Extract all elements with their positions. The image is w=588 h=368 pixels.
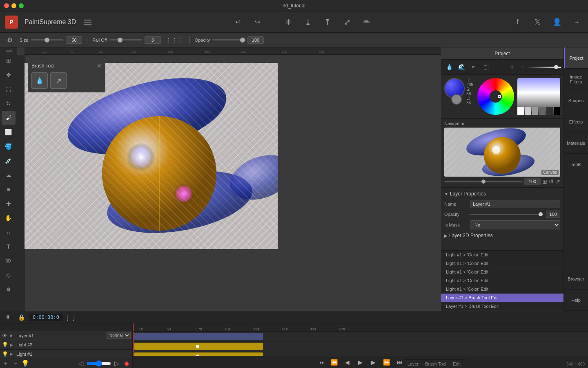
select-tool-item[interactable]: ⬚	[2, 82, 16, 96]
zoom-slider[interactable]	[444, 181, 523, 182]
history-item[interactable]: Layer #1 > Brush Tool Edit	[441, 302, 564, 311]
layer-opacity-slider[interactable]	[470, 214, 543, 215]
play-button[interactable]: ▶	[356, 357, 365, 367]
history-item[interactable]: Light #1 > 'Color' Edit	[441, 259, 564, 268]
download-tool[interactable]: ⤓	[301, 16, 314, 29]
layer-properties-header[interactable]: ▼ Layer Properties	[444, 191, 560, 197]
light1-eye[interactable]: 💡	[2, 351, 8, 357]
zoom-fit-icon[interactable]: ⊞	[542, 178, 547, 185]
image-filters-tab[interactable]: Image Filters	[564, 69, 588, 90]
size-value[interactable]: 50	[66, 36, 82, 44]
facebook-icon[interactable]: f	[511, 16, 524, 29]
expand-tool[interactable]: ⤢	[341, 16, 354, 29]
waveform-icon[interactable]: ⋮⋮⋮	[164, 36, 185, 44]
light1-expand[interactable]: ▶	[10, 352, 15, 356]
history-item-active[interactable]: Layer #1 > Brush Tool Edit	[441, 294, 564, 302]
keyframe-slider[interactable]	[87, 360, 111, 367]
brush-btn-2[interactable]: ↗	[50, 72, 67, 89]
layer-3d-header[interactable]: ▶ Layer 3D Properties	[444, 233, 560, 238]
opacity-slider[interactable]	[212, 39, 245, 40]
prev-keyframe-button[interactable]: ◀	[343, 357, 352, 367]
navigation-preview[interactable]: Canvas	[444, 128, 560, 177]
menu-button[interactable]	[82, 18, 93, 26]
secondary-color-swatch[interactable]	[451, 94, 462, 105]
bracket-out[interactable]: ]	[72, 314, 76, 321]
browser-button[interactable]: Browser	[564, 268, 588, 289]
asterisk-tool[interactable]: ✳	[282, 16, 295, 29]
zoom-value[interactable]: 100	[524, 178, 541, 185]
color-add-button[interactable]: +	[507, 62, 517, 72]
upload-tool[interactable]: ⤒	[321, 16, 334, 29]
lock-toggle[interactable]: 🔒	[16, 312, 26, 322]
user-icon[interactable]: 👤	[550, 16, 564, 29]
prev-frame-button[interactable]: ⏪	[330, 357, 339, 367]
add-light-button[interactable]: 💡	[21, 359, 29, 368]
next-keyframe-button[interactable]: ▶	[369, 357, 379, 367]
go-to-start-button[interactable]: ⏮	[316, 357, 326, 367]
falloff-value[interactable]: 3	[145, 36, 161, 44]
color-icon-3[interactable]: ≈	[468, 61, 479, 73]
materials-tab[interactable]: Materials	[564, 132, 588, 154]
settings-icon[interactable]: ⚙	[3, 34, 16, 47]
3d-tool-item[interactable]: 3D	[2, 254, 16, 268]
zoom-tool-item[interactable]: ⌕	[2, 225, 16, 239]
color-gradient[interactable]	[517, 78, 560, 115]
canvas-area[interactable]: -100 0 100 200 300 400 500 600 700	[17, 47, 441, 311]
layer1-mode[interactable]: Normal	[107, 332, 131, 339]
history-item[interactable]: Light #1 > 'Color' Edit	[441, 268, 564, 276]
layer-name-input[interactable]: Layer #1	[470, 200, 560, 208]
brush-btn-1[interactable]: 💧	[31, 72, 48, 89]
effects-tab[interactable]: Effects	[564, 111, 588, 132]
track-content-area[interactable]	[133, 332, 588, 356]
hand-tool-item[interactable]: ✋	[2, 211, 16, 225]
add-track-button[interactable]: +	[2, 359, 10, 368]
fill-tool-item[interactable]: 🪣	[2, 139, 16, 153]
layers-tool-item[interactable]: ≡	[2, 182, 16, 196]
brush-tool-item[interactable]: 🖌	[2, 111, 16, 125]
project-tab[interactable]: Project	[564, 47, 588, 69]
opacity-value[interactable]: 100	[247, 36, 264, 44]
redo-button[interactable]: ↪	[251, 16, 264, 29]
bottom-tab-brush[interactable]: Brush Tool	[425, 361, 446, 366]
undo-button[interactable]: ↩	[231, 16, 244, 29]
color-wheel[interactable]	[477, 78, 514, 115]
tools-tab[interactable]: Tools	[564, 154, 588, 175]
keyframe-ease-left[interactable]: ◁	[77, 359, 85, 368]
rotate-tool-item[interactable]: ↻	[2, 96, 16, 110]
next-frame-button[interactable]: ⏩	[382, 357, 392, 367]
color-brightness-slider[interactable]	[528, 67, 561, 68]
color-icon-4[interactable]: ⬚	[480, 61, 492, 73]
pen-tool[interactable]: ✏	[360, 16, 373, 29]
falloff-slider[interactable]	[109, 39, 142, 40]
layer1-expand[interactable]: ▶	[10, 333, 15, 338]
color-icon-2[interactable]: 🌊	[456, 61, 467, 73]
remove-track-button[interactable]: −	[11, 359, 20, 368]
smudge-tool-item[interactable]: ☁	[2, 168, 16, 182]
canvas-viewport[interactable]: Brush Tool ✕ 💧 ↗	[24, 55, 441, 311]
light2-bar[interactable]	[134, 343, 263, 350]
shape-tool-item[interactable]: ◇	[2, 268, 16, 282]
light1-track-row[interactable]	[133, 351, 588, 356]
text-tool-item[interactable]: T	[2, 240, 16, 254]
fx-tool-item[interactable]: ✵	[2, 283, 16, 296]
shapes-tab[interactable]: Shapes	[564, 90, 588, 111]
bracket-in[interactable]: [	[66, 314, 69, 321]
light2-expand[interactable]: ▶	[10, 343, 15, 347]
light1-bar[interactable]	[134, 352, 263, 356]
timecode-display[interactable]: 0:00:00:0	[29, 314, 62, 321]
maximize-button[interactable]	[19, 3, 24, 8]
history-item[interactable]: Light #1 > 'Color' Edit	[441, 285, 564, 294]
history-item[interactable]: Light #1 > 'Color' Edit	[441, 251, 564, 259]
twitter-icon[interactable]: 𝕏	[531, 16, 544, 29]
eraser-tool-item[interactable]: ⬜	[2, 125, 16, 139]
size-slider[interactable]	[31, 39, 63, 40]
zoom-expand-icon[interactable]: ↗	[555, 178, 560, 185]
layer1-bar[interactable]	[134, 333, 263, 340]
light2-eye[interactable]: 💡	[2, 341, 8, 348]
keyframe-ease-right[interactable]: ▷	[113, 359, 121, 368]
eye-toggle[interactable]: 👁	[3, 312, 13, 322]
brush-tool-close[interactable]: ✕	[97, 63, 102, 69]
logout-icon[interactable]: →	[570, 16, 583, 29]
layer1-eye[interactable]: 👁	[2, 332, 8, 339]
zoom-reset-icon[interactable]: ↺	[549, 178, 554, 185]
